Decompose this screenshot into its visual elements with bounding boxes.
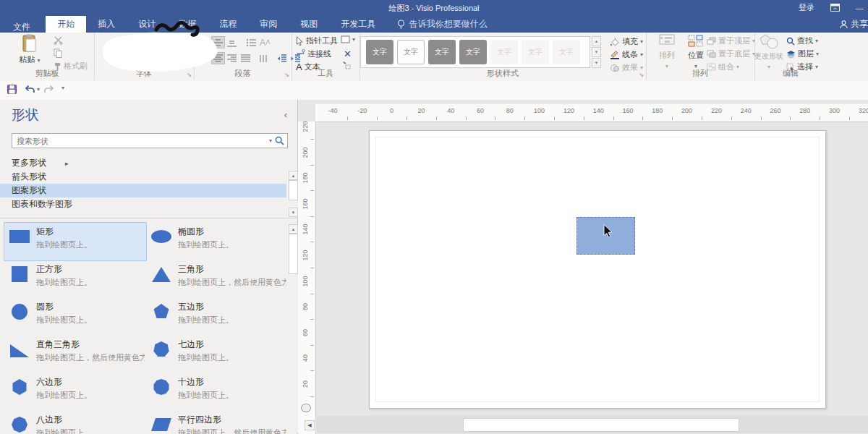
scroll-left-icon[interactable]: ◀: [305, 420, 315, 430]
category-图表和数学图形[interactable]: 图表和数学图形: [0, 197, 286, 211]
shape-name: 圆形: [36, 301, 92, 313]
stencil-shape-八边形[interactable]: 八边形拖到绘图页上。: [4, 411, 146, 434]
undo-button[interactable]: ▾: [24, 85, 40, 94]
gallery-more-icon[interactable]: ▼: [592, 58, 601, 68]
category-scrollbar[interactable]: ▲ ▼: [289, 171, 298, 217]
v-ruler-tick: [310, 396, 314, 397]
tell-me-box[interactable]: 告诉我你想要做什么: [397, 16, 488, 33]
censor-blob: [93, 20, 234, 77]
horizontal-ruler: -40-200204060801001201401601802002202402…: [315, 104, 868, 122]
stencil-shape-三角形[interactable]: 三角形拖到绘图页上，然后使用黄色方形…: [146, 260, 284, 298]
stencil-shape-list: 矩形拖到绘图页上。椭圆形拖到绘图页上。正方形拖到绘图页上。三角形拖到绘图页上，然…: [4, 223, 286, 434]
layers-button[interactable]: 图层▾: [786, 48, 819, 59]
category-箭头形状[interactable]: 箭头形状: [0, 170, 286, 184]
sign-in-button[interactable]: 登录: [799, 2, 814, 13]
grow-font-icon[interactable]: A˄: [259, 37, 271, 48]
justify-icon[interactable]: [239, 53, 252, 64]
shape-text: 六边形拖到绘图页上。: [36, 376, 92, 401]
shape-style-tile-1[interactable]: 文字: [366, 40, 393, 64]
fill-button[interactable]: 填充▾: [610, 36, 643, 47]
category-更多形状[interactable]: 更多形状▸: [0, 156, 286, 170]
save-button[interactable]: [7, 85, 17, 94]
pan-tool-icon[interactable]: [301, 404, 311, 412]
shape-list-scrollbar[interactable]: ▲: [289, 224, 298, 433]
stencil-shape-五边形[interactable]: 五边形拖到绘图页上。: [146, 298, 284, 336]
stencil-shape-矩形[interactable]: 矩形拖到绘图页上。: [4, 223, 146, 260]
h-ruler-mark: 80: [506, 107, 514, 114]
send-to-back-button[interactable]: 置于底层▾: [707, 48, 755, 59]
stencil-shape-椭圆形[interactable]: 椭圆形拖到绘图页上。: [146, 223, 284, 260]
qat-customize-icon[interactable]: ▾: [61, 85, 64, 91]
pointer-tool-button[interactable]: 指针工具: [296, 35, 338, 46]
h-ruler-mark: 300: [829, 107, 840, 114]
category-图案形状[interactable]: 图案形状: [0, 184, 286, 197]
shape-name: 五边形: [178, 301, 234, 313]
paragraph-dialog-launcher-icon[interactable]: ⇘: [284, 72, 289, 78]
copy-button[interactable]: [54, 48, 62, 58]
horizontal-scrollbar-thumb[interactable]: [463, 418, 739, 432]
search-caret-icon[interactable]: ▾: [266, 137, 275, 144]
shape-name: 六边形: [36, 376, 92, 388]
group-arrange: 排列▾ 位置▾ 置于顶层▾ 置于底层▾ 组合▾ 排列: [646, 33, 755, 80]
tab-开发工具[interactable]: 开发工具: [329, 16, 387, 33]
v-ruler-tick: [310, 216, 314, 217]
rectangle-tool-button[interactable]: ▾: [341, 35, 355, 43]
stencil-shape-十边形[interactable]: 十边形拖到绘图页上。: [146, 373, 284, 411]
shape-desc: 拖到绘图页上。: [178, 390, 234, 401]
find-button[interactable]: 查找▾: [786, 35, 818, 46]
group-label-tools: 工具: [292, 68, 359, 79]
tab-审阅[interactable]: 审阅: [248, 16, 289, 33]
shape-style-tile-3[interactable]: 文字: [428, 40, 456, 64]
delete-connector-button[interactable]: ✕: [344, 48, 352, 59]
bullets-icon[interactable]: [245, 37, 258, 48]
connector-tool-button[interactable]: 连接线: [296, 48, 331, 59]
ribbon-display-options-icon[interactable]: [830, 4, 840, 12]
horizontal-scrollbar[interactable]: [315, 416, 868, 433]
shape-desc: 拖到绘图页上。: [36, 390, 92, 401]
stencil-shape-七边形[interactable]: 七边形拖到绘图页上。: [146, 336, 284, 373]
shape-style-tile-2[interactable]: 文字: [397, 40, 425, 64]
stencil-shape-正方形[interactable]: 正方形拖到绘图页上。: [4, 260, 146, 298]
h-ruler-mark: 100: [534, 107, 545, 114]
bring-to-front-button[interactable]: 置于顶层▾: [707, 35, 755, 46]
shape-style-tile-5[interactable]: 文字: [490, 40, 518, 64]
shape-desc: 拖到绘图页上。: [178, 239, 234, 250]
shape-style-tile-4[interactable]: 文字: [459, 40, 487, 64]
stencil-shape-圆形[interactable]: 圆形拖到绘图页上。: [4, 298, 146, 336]
drawing-page[interactable]: [369, 130, 826, 409]
stencil-shape-六边形[interactable]: 六边形拖到绘图页上。: [4, 373, 146, 411]
tab-开始[interactable]: 开始: [46, 16, 86, 33]
scroll-up-icon[interactable]: ▲: [289, 171, 298, 180]
gallery-up-icon[interactable]: ▲: [592, 36, 601, 46]
visio-window: 绘图3 - Visio Professional 登录 — 文件 开始插入设计数…: [0, 0, 868, 434]
redo-button[interactable]: [43, 85, 55, 94]
scroll-down-icon[interactable]: ▼: [289, 208, 298, 217]
cut-button[interactable]: [54, 36, 63, 45]
h-ruler-mark: 280: [799, 107, 810, 114]
person-icon: [840, 20, 848, 29]
search-shapes-input[interactable]: [12, 137, 266, 145]
gallery-down-icon[interactable]: ▼: [592, 47, 601, 57]
text-direction-icon[interactable]: [258, 53, 270, 64]
minimize-button[interactable]: —: [856, 4, 864, 12]
share-button[interactable]: 共享: [840, 18, 868, 30]
stencil-shape-平行四边形[interactable]: 平行四边形拖到绘图页上，然后使用黄色方形…: [146, 411, 284, 434]
change-shape-button[interactable]: 更改形状▾: [754, 34, 783, 70]
tab-视图[interactable]: 视图: [289, 16, 329, 33]
stencil-shape-直角三角形[interactable]: 直角三角形拖到绘图页上，然后使用黄色方形…: [4, 336, 146, 373]
v-ruler-mark: 40: [302, 352, 309, 365]
shape-style-tile-6[interactable]: 文字: [522, 40, 549, 64]
tell-me-label: 告诉我你想要做什么: [409, 18, 488, 30]
v-ruler-mark: 100: [302, 275, 309, 288]
v-ruler-tick: [310, 345, 314, 346]
gallery-scroll: ▲ ▼ ▼: [592, 36, 601, 68]
scroll-up-icon[interactable]: ▲: [289, 224, 298, 234]
search-icon[interactable]: [275, 136, 287, 145]
shape-style-tile-7[interactable]: 文字: [553, 40, 580, 64]
line-button[interactable]: 线条▾: [610, 49, 643, 60]
decrease-indent-icon[interactable]: [276, 53, 288, 64]
collapse-panel-icon[interactable]: ‹: [284, 110, 287, 120]
shape-styles-dialog-launcher-icon[interactable]: ⇘: [639, 72, 644, 78]
paste-button[interactable]: 粘贴 ▾: [13, 34, 46, 65]
h-ruler-mark: 240: [741, 107, 752, 114]
